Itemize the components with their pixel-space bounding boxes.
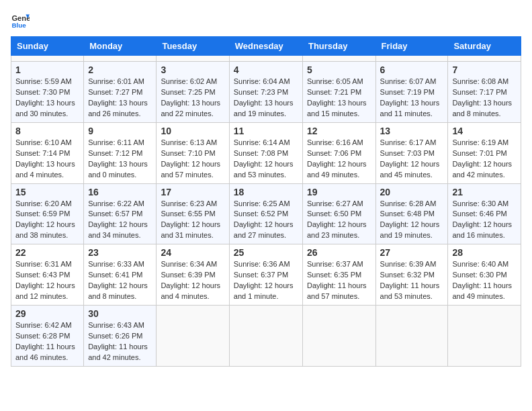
day-number: 19: [307, 187, 371, 197]
day-number: 17: [161, 187, 224, 197]
calendar-cell: 22Sunrise: 6:31 AMSunset: 6:43 PMDayligh…: [11, 244, 84, 306]
day-number: 27: [380, 247, 444, 258]
calendar-cell: 8Sunrise: 6:10 AMSunset: 7:14 PMDaylight…: [11, 122, 84, 183]
day-info: Sunrise: 6:30 AMSunset: 6:46 PMDaylight:…: [452, 199, 517, 242]
calendar-cell: 19Sunrise: 6:27 AMSunset: 6:50 PMDayligh…: [302, 183, 375, 244]
day-number: 23: [88, 247, 152, 258]
calendar-cell: 1Sunrise: 5:59 AMSunset: 7:30 PMDaylight…: [11, 62, 84, 123]
day-info: Sunrise: 6:25 AMSunset: 6:52 PMDaylight:…: [234, 199, 298, 242]
day-number: 20: [380, 187, 444, 197]
day-number: 28: [452, 247, 517, 258]
day-info: Sunrise: 6:27 AMSunset: 6:50 PMDaylight:…: [307, 199, 371, 242]
col-header-saturday: Saturday: [448, 37, 521, 56]
day-number: 2: [88, 64, 152, 75]
calendar-cell: [448, 56, 521, 62]
day-info: Sunrise: 6:28 AMSunset: 6:48 PMDaylight:…: [380, 199, 444, 242]
day-info: Sunrise: 6:11 AMSunset: 7:12 PMDaylight:…: [88, 138, 152, 181]
day-info: Sunrise: 6:23 AMSunset: 6:55 PMDaylight:…: [161, 199, 224, 242]
calendar-cell: 16Sunrise: 6:22 AMSunset: 6:57 PMDayligh…: [84, 183, 157, 244]
calendar-cell: 30Sunrise: 6:43 AMSunset: 6:26 PMDayligh…: [84, 306, 157, 367]
calendar-week-1: [11, 56, 521, 62]
calendar-cell: 9Sunrise: 6:11 AMSunset: 7:12 PMDaylight…: [84, 122, 157, 183]
day-info: Sunrise: 6:37 AMSunset: 6:35 PMDaylight:…: [307, 259, 371, 302]
col-header-friday: Friday: [375, 37, 448, 56]
calendar-cell: 20Sunrise: 6:28 AMSunset: 6:48 PMDayligh…: [375, 183, 448, 244]
calendar-cell: 11Sunrise: 6:14 AMSunset: 7:08 PMDayligh…: [229, 122, 302, 183]
day-info: Sunrise: 6:16 AMSunset: 7:06 PMDaylight:…: [307, 138, 371, 181]
calendar-cell: [448, 306, 521, 367]
logo: General Blue: [11, 11, 32, 30]
day-info: Sunrise: 6:36 AMSunset: 6:37 PMDaylight:…: [234, 259, 298, 302]
day-info: Sunrise: 6:14 AMSunset: 7:08 PMDaylight:…: [234, 138, 298, 181]
calendar-cell: 17Sunrise: 6:23 AMSunset: 6:55 PMDayligh…: [157, 183, 229, 244]
page-header: General Blue: [11, 11, 521, 30]
calendar-cell: [375, 306, 448, 367]
calendar-cell: [375, 56, 448, 62]
day-number: 11: [234, 126, 298, 136]
day-info: Sunrise: 6:43 AMSunset: 6:26 PMDaylight:…: [88, 320, 152, 363]
day-number: 4: [234, 64, 298, 75]
day-info: Sunrise: 6:05 AMSunset: 7:21 PMDaylight:…: [307, 77, 371, 120]
day-info: Sunrise: 6:19 AMSunset: 7:01 PMDaylight:…: [452, 138, 517, 181]
day-info: Sunrise: 6:42 AMSunset: 6:28 PMDaylight:…: [15, 320, 79, 363]
calendar-cell: 12Sunrise: 6:16 AMSunset: 7:06 PMDayligh…: [302, 122, 375, 183]
day-number: 25: [234, 247, 298, 258]
day-number: 5: [307, 64, 371, 75]
col-header-thursday: Thursday: [302, 37, 375, 56]
day-number: 15: [15, 187, 79, 197]
day-info: Sunrise: 5:59 AMSunset: 7:30 PMDaylight:…: [15, 77, 79, 120]
calendar-cell: 27Sunrise: 6:39 AMSunset: 6:32 PMDayligh…: [375, 244, 448, 306]
calendar-header-row: SundayMondayTuesdayWednesdayThursdayFrid…: [11, 37, 521, 56]
col-header-wednesday: Wednesday: [229, 37, 302, 56]
day-number: 9: [88, 126, 152, 136]
calendar-week-3: 8Sunrise: 6:10 AMSunset: 7:14 PMDaylight…: [11, 122, 521, 183]
day-number: 6: [380, 64, 444, 75]
day-number: 24: [161, 247, 224, 258]
calendar-cell: 28Sunrise: 6:40 AMSunset: 6:30 PMDayligh…: [448, 244, 521, 306]
calendar-cell: 2Sunrise: 6:01 AMSunset: 7:27 PMDaylight…: [84, 62, 157, 123]
calendar-week-4: 15Sunrise: 6:20 AMSunset: 6:59 PMDayligh…: [11, 183, 521, 244]
day-info: Sunrise: 6:02 AMSunset: 7:25 PMDaylight:…: [161, 77, 224, 120]
calendar-cell: 26Sunrise: 6:37 AMSunset: 6:35 PMDayligh…: [302, 244, 375, 306]
calendar-cell: [302, 56, 375, 62]
logo-icon: General Blue: [11, 11, 30, 30]
col-header-tuesday: Tuesday: [157, 37, 229, 56]
calendar-cell: [229, 306, 302, 367]
calendar-cell: 6Sunrise: 6:07 AMSunset: 7:19 PMDaylight…: [375, 62, 448, 123]
day-info: Sunrise: 6:13 AMSunset: 7:10 PMDaylight:…: [161, 138, 224, 181]
day-info: Sunrise: 6:04 AMSunset: 7:23 PMDaylight:…: [234, 77, 298, 120]
col-header-sunday: Sunday: [11, 37, 84, 56]
day-info: Sunrise: 6:22 AMSunset: 6:57 PMDaylight:…: [88, 199, 152, 242]
calendar-week-2: 1Sunrise: 5:59 AMSunset: 7:30 PMDaylight…: [11, 62, 521, 123]
day-number: 22: [15, 247, 79, 258]
calendar-cell: 18Sunrise: 6:25 AMSunset: 6:52 PMDayligh…: [229, 183, 302, 244]
day-info: Sunrise: 6:08 AMSunset: 7:17 PMDaylight:…: [452, 77, 517, 120]
calendar-week-5: 22Sunrise: 6:31 AMSunset: 6:43 PMDayligh…: [11, 244, 521, 306]
day-info: Sunrise: 6:20 AMSunset: 6:59 PMDaylight:…: [15, 199, 79, 242]
calendar-cell: 10Sunrise: 6:13 AMSunset: 7:10 PMDayligh…: [157, 122, 229, 183]
calendar-cell: [84, 56, 157, 62]
day-number: 29: [15, 308, 79, 319]
day-number: 3: [161, 64, 224, 75]
calendar-cell: 15Sunrise: 6:20 AMSunset: 6:59 PMDayligh…: [11, 183, 84, 244]
day-info: Sunrise: 6:10 AMSunset: 7:14 PMDaylight:…: [15, 138, 79, 181]
day-number: 18: [234, 187, 298, 197]
calendar-cell: 14Sunrise: 6:19 AMSunset: 7:01 PMDayligh…: [448, 122, 521, 183]
day-number: 21: [452, 187, 517, 197]
calendar-cell: 4Sunrise: 6:04 AMSunset: 7:23 PMDaylight…: [229, 62, 302, 123]
day-number: 8: [15, 126, 79, 136]
day-info: Sunrise: 6:07 AMSunset: 7:19 PMDaylight:…: [380, 77, 444, 120]
calendar-cell: 21Sunrise: 6:30 AMSunset: 6:46 PMDayligh…: [448, 183, 521, 244]
day-number: 10: [161, 126, 224, 136]
day-info: Sunrise: 6:33 AMSunset: 6:41 PMDaylight:…: [88, 259, 152, 302]
calendar-cell: [157, 306, 229, 367]
day-number: 7: [452, 64, 517, 75]
calendar-cell: [157, 56, 229, 62]
calendar-table: SundayMondayTuesdayWednesdayThursdayFrid…: [11, 36, 521, 367]
calendar-cell: [229, 56, 302, 62]
calendar-cell: 25Sunrise: 6:36 AMSunset: 6:37 PMDayligh…: [229, 244, 302, 306]
calendar-cell: 23Sunrise: 6:33 AMSunset: 6:41 PMDayligh…: [84, 244, 157, 306]
calendar-cell: 3Sunrise: 6:02 AMSunset: 7:25 PMDaylight…: [157, 62, 229, 123]
calendar-cell: 29Sunrise: 6:42 AMSunset: 6:28 PMDayligh…: [11, 306, 84, 367]
day-info: Sunrise: 6:39 AMSunset: 6:32 PMDaylight:…: [380, 259, 444, 302]
